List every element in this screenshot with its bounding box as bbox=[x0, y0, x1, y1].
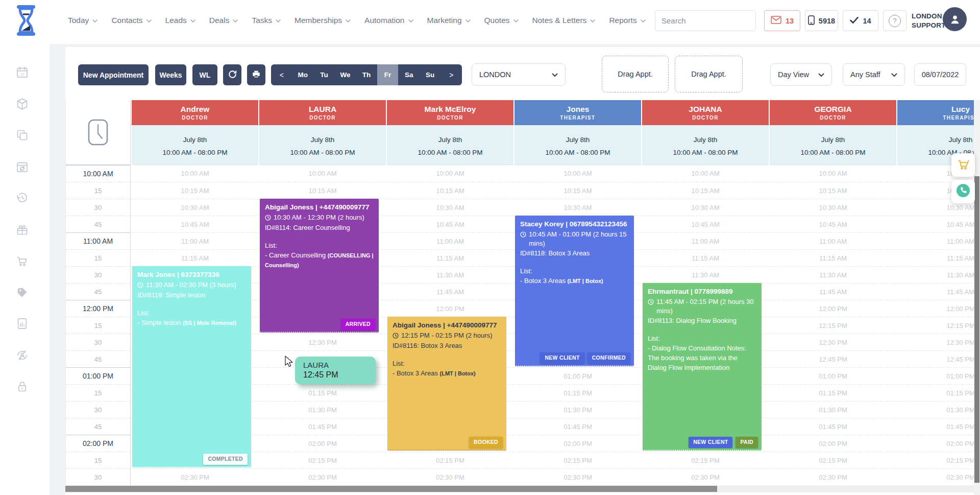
lock-icon[interactable] bbox=[15, 380, 31, 395]
tasks-badge-button[interactable]: 14 bbox=[843, 10, 878, 31]
appointment-card[interactable]: Ehrmantraut | 077899988911:45 AM - 02:15… bbox=[643, 283, 762, 451]
time-slot[interactable]: 11:15 AM bbox=[387, 249, 513, 266]
time-slot[interactable]: 11:00 AM bbox=[770, 232, 896, 249]
time-slot[interactable]: 02:15 PM bbox=[897, 452, 980, 468]
time-slot[interactable]: 02:30 PM bbox=[259, 468, 386, 485]
nav-item-quotes[interactable]: Quotes bbox=[484, 16, 519, 25]
day-mo[interactable]: Mo bbox=[292, 64, 314, 85]
time-slot[interactable]: 12:30 PM bbox=[259, 334, 386, 350]
time-slot[interactable]: 11:45 AM bbox=[897, 283, 980, 300]
time-slot[interactable]: 11:00 AM bbox=[387, 232, 513, 249]
time-slot[interactable]: 11:00 AM bbox=[642, 232, 769, 249]
staff-header[interactable]: Mark McElroyDOCTOR bbox=[387, 100, 513, 125]
time-slot[interactable]: 10:30 AM bbox=[387, 199, 513, 216]
refresh-button[interactable] bbox=[223, 64, 241, 85]
time-slot[interactable]: 02:15 PM bbox=[770, 452, 896, 468]
mail-badge-button[interactable]: 13 bbox=[764, 10, 800, 31]
time-slot[interactable]: 10:00 AM bbox=[387, 165, 513, 182]
time-slot[interactable]: 11:15 AM bbox=[897, 249, 980, 266]
time-slot[interactable]: 11:00 AM bbox=[897, 232, 980, 249]
customer-sync-icon[interactable] bbox=[15, 348, 31, 364]
time-slot[interactable]: 02:30 PM bbox=[897, 468, 980, 485]
time-slot[interactable]: 10:00 AM bbox=[259, 165, 386, 182]
copy-icon[interactable] bbox=[15, 128, 31, 144]
time-slot[interactable]: 11:30 AM bbox=[770, 266, 896, 283]
time-slot[interactable]: 02:30 PM bbox=[514, 468, 641, 485]
time-slot[interactable]: 02:30 PM bbox=[132, 468, 258, 485]
package-icon[interactable] bbox=[15, 97, 31, 112]
time-slot[interactable]: 11:30 AM bbox=[897, 266, 980, 283]
floating-whatsapp-button[interactable] bbox=[951, 180, 975, 203]
tag-icon[interactable] bbox=[15, 286, 31, 301]
appointment-card[interactable]: Mark Jones | 637337733611:30 AM - 02:30 … bbox=[132, 266, 251, 467]
time-slot[interactable]: 10:15 AM bbox=[770, 182, 896, 199]
nav-item-deals[interactable]: Deals bbox=[209, 16, 238, 25]
time-slot[interactable]: 10:30 AM bbox=[514, 199, 641, 216]
time-slot[interactable]: 02:30 PM bbox=[770, 468, 896, 485]
staff-select[interactable]: Any Staff bbox=[843, 63, 905, 86]
time-slot[interactable]: 12:45 PM bbox=[770, 350, 896, 367]
cart-icon[interactable] bbox=[15, 254, 31, 269]
time-slot[interactable]: 10:45 AM bbox=[132, 216, 258, 232]
staff-header[interactable]: JonesTHERAPIST bbox=[514, 100, 641, 125]
time-slot[interactable]: 10:15 AM bbox=[514, 182, 641, 199]
nav-item-notes-letters[interactable]: Notes & Letters bbox=[532, 16, 596, 25]
day-fr[interactable]: Fr bbox=[377, 64, 399, 85]
appointment-card[interactable]: Abigail Joness | +44749000977710:30 AM -… bbox=[260, 199, 379, 333]
time-slot[interactable]: 10:00 AM bbox=[132, 165, 258, 182]
time-slot[interactable]: 02:30 PM bbox=[387, 468, 513, 485]
new-appointment-button[interactable]: New Appointment bbox=[78, 64, 149, 85]
nav-item-tasks[interactable]: Tasks bbox=[252, 16, 281, 25]
time-slot[interactable]: 01:45 PM bbox=[514, 418, 641, 435]
time-slot[interactable]: 12:45 PM bbox=[897, 350, 980, 367]
time-slot[interactable]: 01:45 PM bbox=[897, 418, 980, 435]
time-slot[interactable]: 10:15 AM bbox=[387, 182, 513, 199]
time-slot[interactable]: 01:45 PM bbox=[259, 418, 386, 435]
time-slot[interactable]: 01:00 PM bbox=[770, 367, 896, 384]
report-icon[interactable] bbox=[15, 317, 31, 332]
phone-badge-button[interactable]: 5918 bbox=[805, 10, 838, 31]
drag-appointment-slot-1[interactable]: Drag Appt. bbox=[602, 56, 669, 92]
time-slot[interactable]: 12:30 PM bbox=[897, 334, 980, 350]
time-slot[interactable]: 11:45 AM bbox=[770, 283, 896, 300]
time-slot[interactable]: 10:15 AM bbox=[132, 182, 258, 199]
next-day-button[interactable]: > bbox=[441, 64, 462, 85]
floating-cart-button[interactable] bbox=[951, 153, 975, 177]
time-slot[interactable]: 12:15 PM bbox=[897, 317, 980, 334]
appointment-card[interactable]: Stacey Korey | 06789543212345610:45 AM -… bbox=[515, 216, 634, 366]
time-slot[interactable]: 10:45 AM bbox=[642, 216, 769, 232]
time-slot[interactable]: 11:15 AM bbox=[642, 249, 769, 266]
help-button[interactable]: ? bbox=[883, 10, 906, 31]
time-slot[interactable]: 11:00 AM bbox=[132, 232, 258, 249]
time-slot[interactable]: 01:15 PM bbox=[514, 384, 641, 401]
calendar-sync-icon[interactable] bbox=[15, 160, 31, 175]
time-slot[interactable]: 01:15 PM bbox=[770, 384, 896, 401]
nav-item-reports[interactable]: Reports bbox=[609, 16, 645, 25]
time-slot[interactable]: 01:30 PM bbox=[770, 401, 896, 418]
vertical-scrollbar-thumb[interactable] bbox=[974, 176, 979, 483]
time-slot[interactable]: 01:00 PM bbox=[514, 367, 641, 384]
time-slot[interactable]: 01:15 PM bbox=[897, 384, 980, 401]
gift-icon[interactable] bbox=[15, 223, 31, 238]
time-slot[interactable]: 02:00 PM bbox=[514, 435, 641, 452]
nav-item-today[interactable]: Today bbox=[68, 16, 97, 25]
time-slot[interactable]: 02:15 PM bbox=[259, 452, 386, 468]
time-slot[interactable]: 01:15 PM bbox=[259, 384, 386, 401]
time-slot[interactable]: 12:00 PM bbox=[897, 300, 980, 317]
app-logo[interactable] bbox=[13, 4, 39, 37]
time-slot[interactable]: 10:45 AM bbox=[897, 216, 980, 232]
time-slot[interactable]: 01:45 PM bbox=[770, 418, 896, 435]
time-slot[interactable]: 10:30 AM bbox=[642, 199, 769, 216]
day-su[interactable]: Su bbox=[420, 64, 441, 85]
appointment-card[interactable]: Abigail Joness | +44749000977712:15 PM -… bbox=[387, 317, 506, 451]
time-slot[interactable]: 02:15 PM bbox=[514, 452, 641, 468]
avatar[interactable] bbox=[943, 7, 967, 31]
view-select[interactable]: Day View bbox=[770, 63, 832, 86]
date-field[interactable]: 08/07/2022 bbox=[914, 63, 966, 86]
time-slot[interactable]: 11:30 AM bbox=[387, 266, 513, 283]
nav-item-contacts[interactable]: Contacts bbox=[111, 16, 151, 25]
time-slot[interactable]: 11:15 AM bbox=[770, 249, 896, 266]
time-slot[interactable]: 02:30 PM bbox=[642, 468, 769, 485]
nav-item-leads[interactable]: Leads bbox=[165, 16, 195, 25]
calendar-icon[interactable]: 12 bbox=[15, 65, 31, 81]
